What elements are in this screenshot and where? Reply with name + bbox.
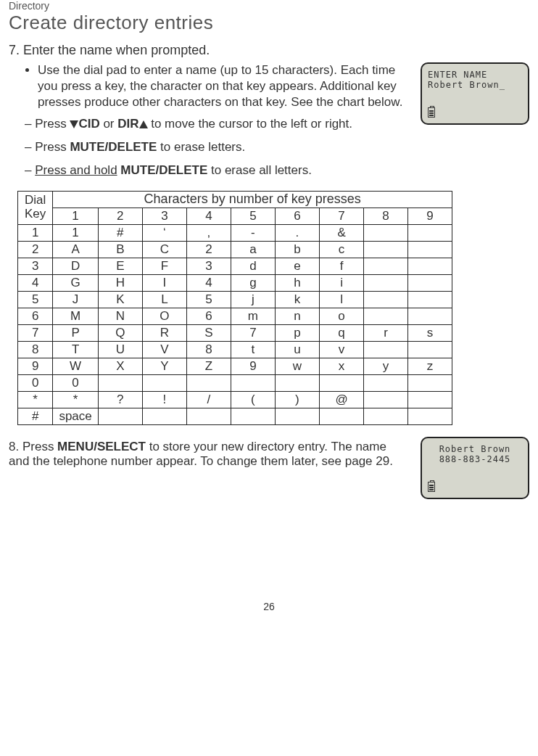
table-cell: 3	[186, 258, 231, 274]
text-span: to erase letters.	[157, 140, 245, 154]
text-span: or	[100, 117, 118, 131]
table-cell: M	[53, 308, 98, 324]
table-cell	[364, 308, 408, 324]
table-cell	[408, 308, 452, 324]
table-cell-key: 2	[18, 241, 53, 258]
step-7-num: 7.	[9, 43, 20, 57]
table-cell: O	[142, 308, 186, 324]
table-cell: p	[275, 324, 319, 341]
step-8: 8. Press MENU/SELECT to store your new d…	[9, 440, 406, 469]
text-span: Press	[22, 440, 57, 453]
table-cell: F	[142, 258, 186, 274]
table-cell: j	[231, 291, 275, 308]
table-cell: x	[319, 358, 363, 374]
table-cell: 4	[186, 274, 231, 291]
table-cell: &	[319, 224, 363, 241]
table-cell	[186, 408, 231, 424]
table-cell: ‘	[142, 224, 186, 241]
table-row: 8TUV8tuv	[18, 341, 452, 358]
table-cell	[319, 374, 363, 391]
table-cell-key: 4	[18, 274, 53, 291]
mute-delete-key-label: MUTE/DELETE	[120, 163, 207, 177]
table-cell: K	[98, 291, 142, 308]
table-cell: E	[98, 258, 142, 274]
dir-key-label: DIR	[117, 117, 138, 131]
table-cell: #	[98, 224, 142, 241]
table-cell	[364, 374, 408, 391]
breadcrumb: Directory	[9, 0, 529, 12]
table-cell: 8	[186, 341, 231, 358]
table-body: 11#‘,-.&2ABC2abc3DEF3def4GHI4ghi5JKL5jkl…	[18, 224, 452, 424]
table-cell: ?	[98, 391, 142, 408]
table-cell	[408, 274, 452, 291]
table-cell	[364, 391, 408, 408]
table-cell	[364, 341, 408, 358]
lcd-screen-enter-name: ENTER NAME Robert Brown_	[421, 62, 529, 125]
table-cell-key: 8	[18, 341, 53, 358]
table-cell	[364, 408, 408, 424]
table-cell: h	[275, 274, 319, 291]
table-cell: Q	[98, 324, 142, 341]
table-cell: 1	[53, 224, 98, 241]
table-cell: 5	[186, 291, 231, 308]
table-cell-key: 6	[18, 308, 53, 324]
table-cell-key: 0	[18, 374, 53, 391]
menu-select-key-label: MENU/SELECT	[57, 440, 146, 453]
text-span: Press and hold	[35, 163, 117, 177]
table-header-characters: Characters by number of key presses	[53, 191, 452, 208]
table-cell: n	[275, 308, 319, 324]
table-cell	[98, 374, 142, 391]
table-row: 9WXYZ9wxyz	[18, 358, 452, 374]
table-cell: V	[142, 341, 186, 358]
triangle-up-icon	[139, 120, 148, 128]
table-cell: Z	[186, 358, 231, 374]
table-cell: v	[319, 341, 363, 358]
page-title: Create directory entries	[9, 12, 529, 34]
lcd-line-1: ENTER NAME	[428, 70, 522, 80]
table-col-header: 5	[231, 208, 275, 224]
table-cell: /	[186, 391, 231, 408]
table-cell: X	[98, 358, 142, 374]
table-cell: 6	[186, 308, 231, 324]
table-cell: t	[231, 341, 275, 358]
table-cell: q	[319, 324, 363, 341]
step-7-bullet: Use the dial pad to enter a name (up to …	[38, 62, 406, 110]
table-cell	[142, 374, 186, 391]
lcd-line-2: Robert Brown_	[428, 80, 522, 90]
table-cell: 9	[231, 358, 275, 374]
table-cell: Y	[142, 358, 186, 374]
table-row: 5JKL5jkl	[18, 291, 452, 308]
table-cell: i	[319, 274, 363, 291]
table-row: **?!/()@	[18, 391, 452, 408]
table-cell: b	[275, 241, 319, 258]
text-span: to move the cursor to the left or right.	[148, 117, 353, 131]
table-cell: L	[142, 291, 186, 308]
table-cell: e	[275, 258, 319, 274]
table-cell: 2	[186, 241, 231, 258]
table-cell: c	[319, 241, 363, 258]
table-cell	[408, 391, 452, 408]
table-cell: R	[142, 324, 186, 341]
table-cell: G	[53, 274, 98, 291]
table-cell	[408, 241, 452, 258]
table-cell: s	[408, 324, 452, 341]
table-cell: *	[53, 391, 98, 408]
table-cell: T	[53, 341, 98, 358]
table-cell: r	[364, 324, 408, 341]
lcd-line-1: Robert Brown	[428, 444, 522, 454]
table-row: 4GHI4ghi	[18, 274, 452, 291]
table-cell	[275, 374, 319, 391]
table-row: 2ABC2abc	[18, 241, 452, 258]
table-cell	[364, 291, 408, 308]
table-col-header: 8	[364, 208, 408, 224]
table-cell	[186, 374, 231, 391]
table-cell: C	[142, 241, 186, 258]
table-cell	[408, 408, 452, 424]
table-header-dial-key: Dial Key	[18, 191, 53, 224]
table-cell: l	[319, 291, 363, 308]
table-cell: z	[408, 358, 452, 374]
table-cell	[98, 408, 142, 424]
text-span: to erase all letters.	[207, 163, 312, 177]
table-cell: H	[98, 274, 142, 291]
table-cell: u	[275, 341, 319, 358]
